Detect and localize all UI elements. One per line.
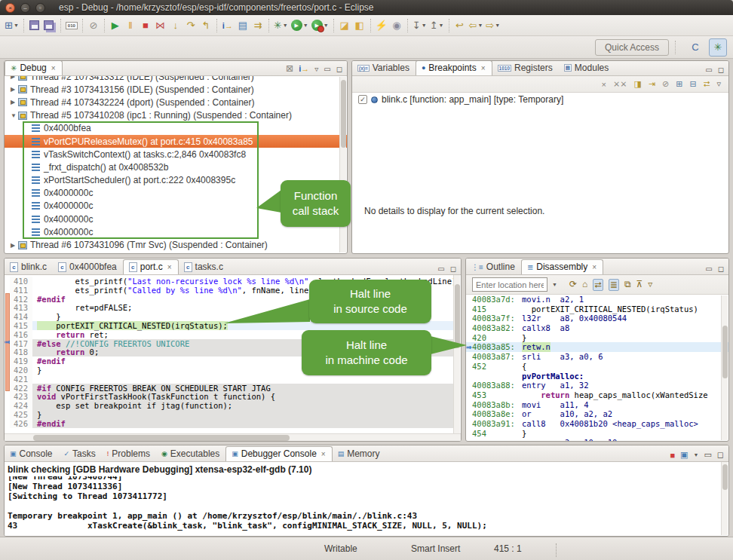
disassembly-row[interactable]: 40083a7d:movi.n a2, 1: [466, 295, 728, 304]
tab-tasksc[interactable]: ctasks.c: [179, 260, 229, 274]
disassembly-row[interactable]: 420}: [466, 333, 728, 343]
minimize-icon[interactable]: ▭: [705, 66, 712, 74]
build-binary-icon[interactable]: 010: [64, 17, 79, 34]
thread-row[interactable]: ▶Thread #4 1073432224 (dport) (Suspended…: [5, 96, 347, 109]
disassembly-scrollbar[interactable]: [721, 295, 728, 440]
code-line[interactable]: 426#endif: [5, 419, 453, 428]
maximize-icon[interactable]: ◻: [336, 65, 342, 73]
close-icon[interactable]: ×: [481, 64, 486, 72]
display-selected-console-icon[interactable]: ▣: [680, 450, 688, 460]
link-with-debug-icon[interactable]: ⮂: [704, 79, 710, 89]
remove-selected-icon[interactable]: ×: [602, 80, 606, 89]
sync-with-stack-frame-icon[interactable]: ⮂: [593, 279, 603, 291]
closed-folder-icon[interactable]: ◧: [352, 17, 367, 34]
maximize-icon[interactable]: ◻: [717, 450, 724, 460]
disassembly-row[interactable]: 40083a91:call8 0x40081b20 <heap_caps_mal…: [466, 419, 728, 429]
quick-access-button[interactable]: Quick Access: [595, 39, 669, 56]
stack-frame-row[interactable]: ▶vTaskSwitchContext() at tasks.c:2,846 0…: [5, 148, 347, 161]
maximize-icon[interactable]: ◻: [718, 66, 724, 74]
collapse-all-icon[interactable]: ⊟: [689, 79, 696, 89]
view-menu-icon[interactable]: ▿: [648, 279, 652, 291]
debugger-console-output[interactable]: blink checking [GDB Hardware Debugging] …: [5, 462, 728, 536]
instruction-stepping-icon[interactable]: i→: [220, 17, 235, 34]
tab-console[interactable]: ▣Console: [5, 447, 59, 461]
view-menu-icon[interactable]: ▿: [314, 65, 318, 73]
disassembly-row[interactable]: 40083a7f:l32r a8, 0x40080544: [466, 314, 728, 323]
disassembly-row[interactable]: pvPortMalloc:: [466, 372, 728, 381]
tab-disassembly[interactable]: ≣Disassembly×: [521, 259, 603, 274]
console-scrollbar[interactable]: [721, 462, 728, 535]
step-over-icon[interactable]: ↷: [183, 17, 198, 34]
disassembly-row[interactable]: 40083a8e:or a10, a2, a2: [466, 409, 728, 419]
step-into-icon[interactable]: ↓: [168, 17, 183, 34]
run-icon[interactable]: ▶▼: [290, 17, 310, 34]
home-icon[interactable]: ⌂: [582, 279, 587, 291]
location-dropdown-icon[interactable]: ▼: [552, 282, 557, 287]
minimize-icon[interactable]: ▭: [437, 265, 444, 273]
expand-all-icon[interactable]: ⊞: [676, 79, 682, 89]
disassembly-row[interactable]: 453 return heap_caps_malloc(xWantedSize: [466, 390, 728, 400]
show-breakpoints-supported-icon[interactable]: ◨: [633, 79, 641, 89]
window-close-button[interactable]: ×: [5, 3, 15, 13]
forward-icon[interactable]: ⇨▼: [484, 17, 501, 34]
location-input[interactable]: [472, 277, 547, 292]
cpp-perspective-icon[interactable]: C: [686, 38, 704, 57]
skip-all-breakpoints-icon[interactable]: ⊘: [86, 17, 101, 34]
code-line[interactable]: 424 esp_set_breakpoint_if_jtag(function)…: [5, 401, 453, 410]
refresh-icon[interactable]: ⟳: [569, 279, 577, 291]
disassembly-row[interactable]: 452{: [466, 362, 728, 372]
minimize-icon[interactable]: ▭: [324, 65, 330, 73]
expander-icon[interactable]: ▶: [11, 86, 18, 93]
maximize-icon[interactable]: ◻: [450, 265, 456, 273]
disassembly-row[interactable]: 40083a87:srli a3, a0, 6: [466, 352, 728, 362]
terminate-icon[interactable]: ■: [138, 17, 153, 34]
disassembly-listing[interactable]: 40083a7d:movi.n a2, 1415 portEXIT_CRITIC…: [466, 295, 728, 441]
stack-frame-row[interactable]: ▶_frxt_dispatch() at 0x4008532b: [5, 161, 347, 173]
disconnect-icon[interactable]: ⋈: [153, 17, 168, 34]
breakpoint-item[interactable]: ✓ blink.c [function: app_main] [type: Te…: [352, 93, 728, 106]
expander-icon[interactable]: ▶: [11, 99, 18, 106]
tab-debug[interactable]: ✳ Debug ×: [5, 60, 63, 75]
save-icon[interactable]: [27, 17, 42, 34]
expander-icon[interactable]: ▶: [11, 242, 18, 249]
thread-row[interactable]: ▶Thread #6 1073431096 (Tmr Svc) (Suspend…: [5, 238, 347, 251]
expander-icon[interactable]: ▼: [11, 112, 18, 119]
previous-annotation-icon[interactable]: ↥▼: [428, 17, 446, 34]
flash-download-icon[interactable]: ⚡: [374, 17, 389, 34]
breakpoint-checkbox-icon[interactable]: ✓: [358, 95, 367, 104]
tab-portc[interactable]: cport.c×: [123, 259, 179, 274]
close-icon[interactable]: ×: [167, 263, 172, 271]
step-return-icon[interactable]: ↰: [198, 17, 213, 34]
view-menu-icon[interactable]: ▿: [716, 79, 721, 89]
show-source-icon[interactable]: ≣: [609, 279, 619, 291]
tab-memory[interactable]: ▤Memory: [333, 447, 386, 461]
tab-breakpoints[interactable]: ●Breakpoints×: [416, 60, 492, 75]
disassembly-row[interactable]: 415 portEXIT_CRITICAL_NESTED(irqStatus): [466, 304, 728, 314]
thread-row[interactable]: ▶Thread #3 1073413156 (IDLE) (Suspended …: [5, 83, 347, 96]
back-icon[interactable]: ⇦▼: [468, 17, 485, 34]
tab-problems[interactable]: !Problems: [102, 447, 156, 461]
minimize-icon[interactable]: ▭: [705, 265, 712, 273]
suspend-icon[interactable]: ‖: [123, 17, 138, 34]
editor-hscrollbar[interactable]: [5, 433, 461, 441]
new-wizard-icon[interactable]: ⊞▼: [3, 17, 20, 34]
skip-all-icon[interactable]: ⊘: [662, 79, 669, 89]
resume-icon[interactable]: ▶: [108, 17, 123, 34]
profile-icon[interactable]: ◉: [389, 17, 404, 34]
debug-configurations-icon[interactable]: ✳▼: [272, 17, 290, 34]
disassembly-row[interactable]: 40083a88:entry a1, 32: [466, 381, 728, 390]
tab-modules[interactable]: ▤Modules: [559, 61, 615, 75]
terminate-icon[interactable]: ■: [670, 451, 675, 460]
external-tools-icon[interactable]: ▶▼: [310, 17, 330, 34]
thread-row[interactable]: ▼Thread #5 1073410208 (ipc1 : Running) (…: [5, 109, 347, 122]
stack-frame-row[interactable]: ▶vPortCPUReleaseMutex() at port.c:415 0x…: [5, 135, 347, 148]
next-annotation-icon[interactable]: ↧▼: [411, 17, 428, 34]
window-maximize-button[interactable]: ▫: [35, 3, 45, 13]
window-minimize-button[interactable]: –: [20, 3, 30, 13]
disassembly-row[interactable]: 40083a82:callx8 a8: [466, 323, 728, 333]
thread-row[interactable]: ▶Thread #2 1073413312 (IDLE) (Suspended …: [5, 76, 347, 83]
code-line[interactable]: 422#if CONFIG_FREERTOS_BREAK_ON_SCHEDULE…: [5, 384, 453, 393]
disassembly-row[interactable]: 40083a8b:movi a11, 4: [466, 400, 728, 410]
open-folder-icon[interactable]: ◪: [337, 17, 352, 34]
code-line[interactable]: 421: [5, 375, 453, 384]
